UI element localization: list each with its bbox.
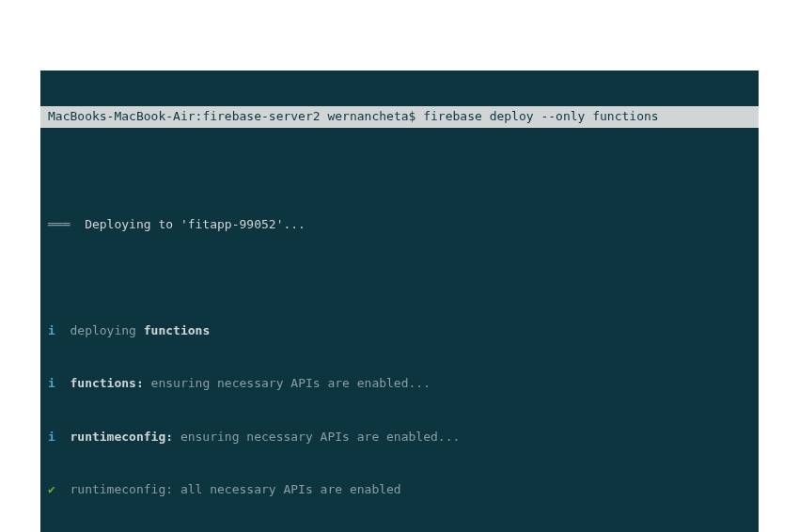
log-text: ensuring necessary APIs are enabled... [173,430,460,444]
deploying-to-text: Deploying to 'fitapp-99052'... [85,217,306,231]
info-icon: i [48,376,55,390]
log-text: runtimeconfig: all necessary APIs are en… [70,482,400,496]
prompt-command: firebase deploy --only functions [423,109,658,123]
log-line: i functions: ensuring necessary APIs are… [48,375,751,393]
blank-line [48,269,751,287]
log-label: runtimeconfig: [70,430,173,444]
deploying-to-line: ═══ Deploying to 'fitapp-99052'... [48,216,751,234]
blank-line [48,163,751,180]
prompt-line: MacBooks-MacBook-Air:firebase-server2 we… [40,106,759,128]
log-text: ensuring necessary APIs are enabled... [144,376,431,390]
log-text: deploying [70,323,143,337]
log-label: functions: [70,376,143,390]
info-icon: i [48,323,55,337]
prompt-host: MacBooks-MacBook-Air: [48,109,202,123]
log-line: i runtimeconfig: ensuring necessary APIs… [48,429,751,446]
log-line: ✔ runtimeconfig: all necessary APIs are … [48,481,751,499]
prompt-path: firebase-server2 [202,109,320,123]
prompt-user: wernancheta$ [321,109,424,123]
log-line: i deploying functions [48,322,751,340]
info-icon: i [48,430,55,444]
terminal-window: MacBooks-MacBook-Air:firebase-server2 we… [40,70,759,532]
check-icon: ✔ [48,482,55,496]
progress-icon: ═══ [48,217,70,231]
log-bold: functions [144,323,210,337]
